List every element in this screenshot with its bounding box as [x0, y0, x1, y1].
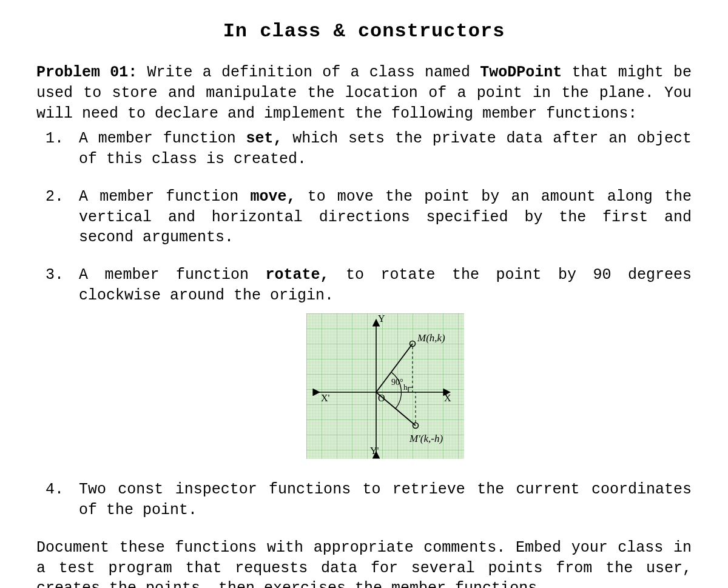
- problem-intro: Problem 01: Write a definition of a clas…: [36, 62, 692, 124]
- item1-pre: A member function: [79, 130, 246, 147]
- closing-paragraph: Document these functions with appropriat…: [36, 538, 692, 588]
- list-item: Two const inspector functions to retriev…: [73, 479, 692, 521]
- item1-func: set,: [246, 130, 282, 147]
- list-item: A member function move, to move the poin…: [73, 187, 692, 248]
- svg-text:M'(k,-h): M'(k,-h): [409, 433, 443, 444]
- page-title: In class & constructors: [36, 18, 692, 44]
- list-item: A member function set, which sets the pr…: [73, 129, 692, 170]
- svg-text:X': X': [321, 393, 330, 403]
- intro-part1: Write a definition of a class named: [137, 64, 480, 81]
- item4-text: Two const inspector functions to retriev…: [79, 481, 692, 519]
- member-function-list: A member function set, which sets the pr…: [36, 129, 692, 521]
- problem-label: Problem 01:: [36, 64, 137, 81]
- svg-text:M(h,k): M(h,k): [417, 332, 445, 344]
- svg-text:Y: Y: [378, 313, 385, 324]
- rotation-figure-wrap: M(h,k) M'(k,-h) 90° Y Y' X X' O: [79, 313, 692, 466]
- item3-pre: A member function: [79, 266, 266, 284]
- rotation-figure: M(h,k) M'(k,-h) 90° Y Y' X X' O: [306, 313, 464, 466]
- list-item: A member function rotate, to rotate the …: [73, 265, 692, 465]
- svg-text:X: X: [444, 393, 451, 403]
- svg-text:O: O: [378, 393, 385, 403]
- svg-text:Y': Y': [370, 446, 379, 456]
- item3-func: rotate,: [266, 266, 329, 284]
- svg-text:90°: 90°: [391, 378, 403, 387]
- item2-pre: A member function: [79, 188, 251, 205]
- rotation-diagram-svg: M(h,k) M'(k,-h) 90° Y Y' X X' O: [306, 313, 464, 459]
- class-name: TwoDPoint: [480, 64, 562, 81]
- svg-text:h: h: [403, 383, 408, 392]
- item2-func: move,: [251, 188, 296, 205]
